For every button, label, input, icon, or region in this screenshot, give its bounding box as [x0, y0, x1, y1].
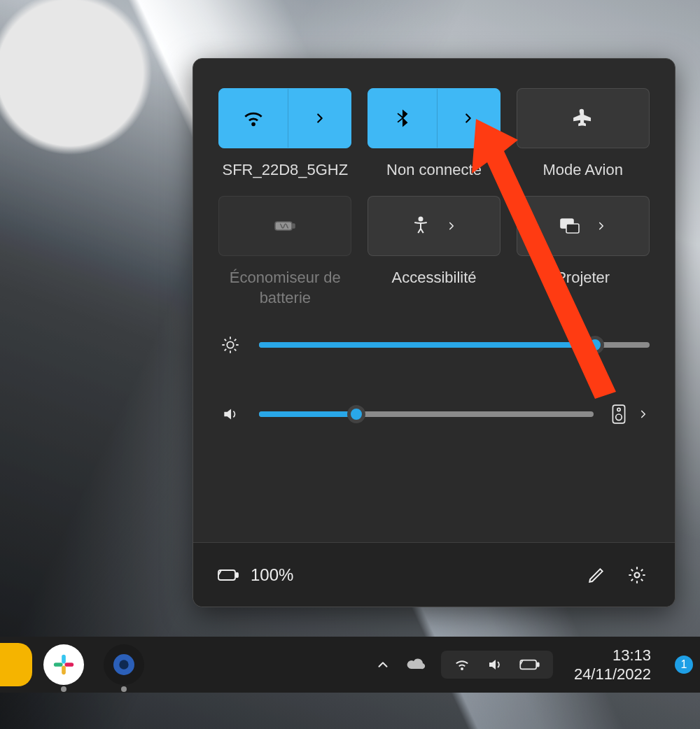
wifi-icon — [219, 89, 288, 148]
tile-battery-saver: Économiseur de batterie — [218, 196, 352, 309]
tile-accessibility: Accessibilité — [368, 196, 501, 309]
brightness-icon — [218, 335, 242, 355]
project-toggle[interactable] — [517, 196, 650, 256]
svg-point-8 — [616, 414, 622, 420]
battery-icon — [518, 657, 542, 672]
notification-badge[interactable]: 1 — [675, 656, 693, 674]
quick-settings-footer: 100% — [193, 542, 675, 607]
bluetooth-expand[interactable] — [437, 89, 500, 148]
gear-icon — [627, 565, 647, 585]
battery-saver-toggle[interactable] — [218, 196, 351, 256]
quick-settings-sliders — [193, 316, 675, 450]
battery-saver-label: Économiseur de batterie — [218, 267, 352, 309]
audio-output-expand[interactable] — [637, 408, 650, 420]
battery-text: 100% — [251, 565, 293, 585]
brightness-slider[interactable] — [259, 342, 650, 348]
taskbar-time: 13:13 — [574, 646, 651, 665]
svg-rect-15 — [62, 665, 66, 674]
tile-wifi: SFR_22D8_5GHZ — [218, 88, 352, 181]
airplane-icon — [517, 89, 649, 148]
svg-point-5 — [227, 341, 233, 348]
svg-rect-16 — [64, 663, 74, 667]
volume-slider[interactable] — [259, 411, 594, 417]
svg-point-11 — [635, 572, 640, 577]
wifi-icon — [452, 656, 472, 673]
bluetooth-toggle[interactable] — [368, 88, 500, 148]
bluetooth-icon — [368, 89, 437, 148]
brightness-row — [218, 335, 650, 355]
battery-icon[interactable] — [216, 566, 241, 584]
chevron-right-icon — [461, 111, 476, 126]
tile-airplane: Mode Avion — [516, 88, 650, 181]
gear-icon — [110, 651, 138, 679]
tile-bluetooth: Non connecté — [368, 88, 501, 181]
chevron-right-icon — [637, 408, 650, 420]
open-settings-button[interactable] — [622, 560, 652, 590]
project-icon — [517, 197, 649, 255]
system-tray: 13:13 24/11/2022 1 — [375, 646, 693, 684]
svg-rect-10 — [236, 573, 238, 577]
onedrive-tray-icon[interactable] — [406, 658, 426, 672]
taskbar: 13:13 24/11/2022 1 — [0, 637, 700, 693]
project-label: Projeter — [556, 267, 610, 288]
svg-rect-4 — [566, 224, 579, 233]
pencil-icon — [587, 566, 606, 584]
accessibility-toggle[interactable] — [368, 196, 500, 256]
bluetooth-label: Non connecté — [386, 160, 482, 181]
wifi-label: SFR_22D8_5GHZ — [222, 160, 348, 181]
wifi-toggle[interactable] — [218, 88, 351, 148]
svg-rect-13 — [62, 655, 66, 664]
accessibility-icon — [368, 197, 500, 255]
taskbar-start-peek[interactable] — [0, 643, 32, 686]
taskbar-clock[interactable]: 13:13 24/11/2022 — [574, 646, 651, 684]
volume-icon — [486, 656, 504, 673]
accessibility-label: Accessibilité — [391, 267, 476, 288]
chevron-right-icon — [312, 111, 328, 126]
svg-point-7 — [617, 408, 620, 411]
taskbar-date: 24/11/2022 — [574, 665, 651, 684]
chevron-up-icon — [375, 657, 391, 672]
svg-point-2 — [419, 217, 422, 220]
wifi-expand[interactable] — [288, 89, 351, 148]
airplane-label: Mode Avion — [542, 160, 623, 181]
chevron-right-icon — [595, 220, 608, 232]
tile-project: Projeter — [516, 196, 650, 309]
airplane-toggle[interactable] — [517, 88, 650, 148]
edit-quick-settings-button[interactable] — [581, 560, 612, 590]
cloud-icon — [406, 658, 426, 672]
taskbar-app-settings[interactable] — [104, 644, 144, 685]
taskbar-app-slack[interactable] — [43, 644, 84, 685]
slack-icon — [52, 653, 76, 677]
quick-settings-tiles: SFR_22D8_5GHZ Non connecté Mode Avion — [193, 59, 675, 316]
volume-row — [218, 404, 650, 425]
svg-point-18 — [119, 660, 128, 669]
svg-rect-14 — [54, 663, 63, 667]
chevron-right-icon — [445, 220, 458, 232]
volume-icon — [218, 405, 242, 423]
audio-output-icon[interactable] — [610, 404, 627, 425]
tray-network-volume-battery[interactable] — [441, 651, 553, 679]
svg-rect-20 — [537, 663, 539, 667]
tray-overflow-button[interactable] — [375, 657, 391, 672]
svg-rect-1 — [293, 224, 295, 228]
battery-saver-icon — [219, 197, 351, 255]
quick-settings-panel: SFR_22D8_5GHZ Non connecté Mode Avion — [192, 58, 676, 607]
